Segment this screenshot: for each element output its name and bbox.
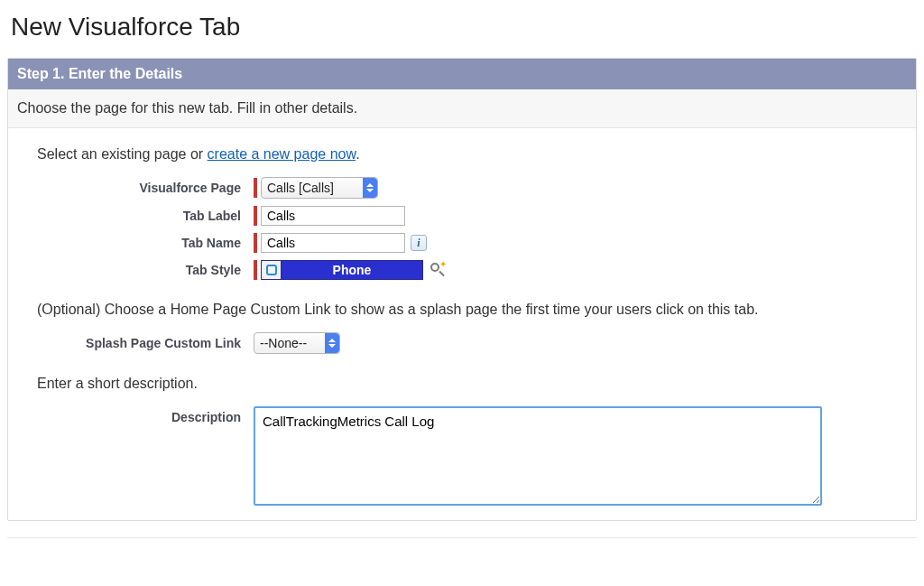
- visualforce-page-value: Calls [Calls]: [267, 181, 334, 195]
- form-body: Select an existing page or create a new …: [8, 128, 916, 520]
- required-indicator: [254, 233, 257, 253]
- details-panel: Step 1. Enter the Details Choose the pag…: [7, 58, 917, 521]
- description-prompt: Enter a short description.: [37, 376, 887, 392]
- row-description: Description: [37, 406, 887, 506]
- required-indicator: [254, 260, 257, 280]
- label-tab-name: Tab Name: [37, 236, 254, 250]
- label-visualforce-page: Visualforce Page: [37, 181, 254, 195]
- row-visualforce-page: Visualforce Page Calls [Calls]: [37, 177, 887, 199]
- select-page-prompt: Select an existing page or create a new …: [37, 146, 887, 163]
- panel-subheader: Choose the page for this new tab. Fill i…: [8, 89, 916, 128]
- splash-page-prompt: (Optional) Choose a Home Page Custom Lin…: [37, 302, 887, 318]
- splash-link-value: --None--: [260, 336, 307, 350]
- tab-label-input[interactable]: [261, 206, 405, 226]
- splash-link-select[interactable]: --None--: [254, 332, 340, 354]
- chevron-updown-icon: [325, 333, 339, 353]
- info-icon[interactable]: i: [411, 235, 427, 251]
- prompt-before: Select an existing page or: [37, 146, 208, 162]
- row-tab-style: Tab Style Phone ✦: [37, 260, 887, 280]
- row-tab-name: Tab Name i: [37, 233, 887, 253]
- label-tab-style: Tab Style: [37, 263, 254, 277]
- required-indicator: [254, 206, 257, 226]
- description-textarea[interactable]: [254, 406, 822, 506]
- required-indicator: [254, 178, 257, 198]
- tab-style-selector[interactable]: Phone: [261, 260, 423, 280]
- chevron-updown-icon: [363, 178, 377, 198]
- page-title: New Visualforce Tab: [11, 13, 917, 42]
- tab-style-value: Phone: [282, 263, 422, 277]
- bottom-separator: [7, 537, 917, 538]
- row-tab-label: Tab Label: [37, 206, 887, 226]
- label-splash-link: Splash Page Custom Link: [37, 336, 254, 350]
- tab-name-input[interactable]: [261, 233, 405, 253]
- panel-header: Step 1. Enter the Details: [8, 59, 916, 89]
- row-splash-link: Splash Page Custom Link --None--: [37, 332, 887, 354]
- visualforce-page-select[interactable]: Calls [Calls]: [261, 177, 378, 199]
- label-description: Description: [37, 406, 254, 424]
- label-tab-label: Tab Label: [37, 209, 254, 223]
- phone-icon: [262, 260, 282, 280]
- create-new-page-link[interactable]: create a new page now: [208, 146, 356, 162]
- lookup-icon[interactable]: ✦: [429, 261, 447, 279]
- prompt-after: .: [356, 146, 359, 162]
